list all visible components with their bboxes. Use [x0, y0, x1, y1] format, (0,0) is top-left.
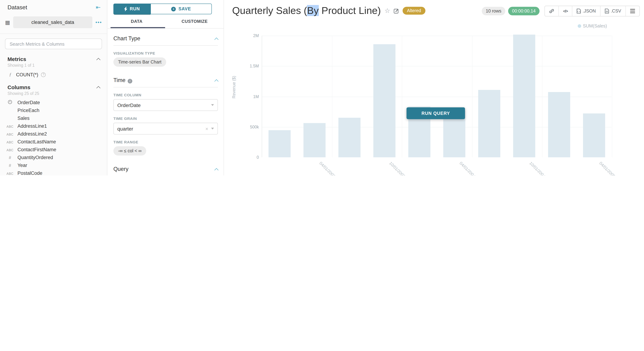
- json-file-icon: [576, 8, 581, 14]
- column-item[interactable]: Sales: [0, 114, 107, 122]
- text-icon: ABC: [5, 130, 15, 137]
- column-item[interactable]: ABCAddressLine2: [0, 130, 107, 138]
- tab-customize[interactable]: CUSTOMIZE: [166, 19, 224, 28]
- chart-title: Quarterly Sales (By Product Line): [232, 5, 381, 16]
- bar: [268, 130, 290, 157]
- y-tick-label: 1.5M: [224, 64, 259, 68]
- time-range-label: TIME RANGE: [114, 140, 218, 144]
- time-grain-label: TIME GRAIN: [114, 116, 218, 120]
- chevron-up-icon[interactable]: [214, 38, 218, 42]
- x-tick-label: 04/01/2004: [458, 161, 476, 176]
- sidebar-search-input[interactable]: [9, 41, 98, 47]
- lightning-icon: [124, 6, 127, 11]
- column-item[interactable]: PriceEach: [0, 106, 107, 114]
- menu-button[interactable]: [626, 6, 639, 16]
- table-grid-icon: ▦: [5, 20, 10, 25]
- chart-area: Quarterly Sales (By Product Line) ☆ Alte…: [224, 0, 644, 176]
- run-query-button[interactable]: RUN QUERY: [406, 107, 465, 119]
- bar: [373, 44, 395, 157]
- x-tick-label: 04/01/2005: [598, 161, 616, 176]
- embed-code-button[interactable]: </>: [559, 6, 572, 16]
- code-icon: </>: [563, 9, 568, 13]
- altered-badge: Altered: [402, 7, 425, 14]
- time-section-title: Timei: [114, 77, 132, 84]
- column-item[interactable]: #QuantityOrdered: [0, 154, 107, 161]
- chart-type-title: Chart Type: [114, 35, 140, 42]
- bar: [513, 35, 535, 157]
- query-section-title: Query: [114, 166, 128, 172]
- column-item[interactable]: OrderDate: [0, 98, 107, 106]
- link-icon: [549, 8, 554, 14]
- metrics-count: Showing 1 of 1: [0, 62, 107, 68]
- chevron-up-icon[interactable]: [214, 79, 218, 83]
- control-panel: RUN + SAVE DATA CUSTOMIZE Chart Type VIS…: [108, 0, 224, 176]
- export-toolbar: </> .JSON .CSV: [544, 6, 640, 16]
- chevron-down-icon: [211, 128, 214, 130]
- text-icon: ABC: [5, 123, 15, 129]
- y-tick-label: 500k: [224, 125, 259, 129]
- plus-circle-icon: +: [171, 6, 176, 11]
- x-tick-label: 04/01/2003: [318, 161, 336, 176]
- bar: [304, 123, 326, 157]
- time-column-label: TIME COLUMN: [114, 93, 218, 97]
- column-item[interactable]: #Year: [0, 161, 107, 169]
- row-count-badge: 10 rows: [482, 7, 506, 15]
- dataset-panel-title: Dataset: [8, 4, 27, 11]
- metrics-section-title: Metrics: [8, 56, 26, 62]
- explore-page: Dataset ⇤ ▦ cleaned_sales_data ••• Metri…: [0, 0, 644, 176]
- column-item[interactable]: ABCContactFirstName: [0, 146, 107, 154]
- chevron-down-icon: [211, 104, 214, 106]
- export-csv-button[interactable]: .CSV: [600, 6, 626, 16]
- dataset-name[interactable]: cleaned_sales_data: [13, 16, 92, 28]
- bar: [478, 90, 500, 157]
- legend-dot-icon: [578, 24, 581, 28]
- columns-section-title: Columns: [8, 84, 30, 90]
- export-json-button[interactable]: .JSON: [572, 6, 600, 16]
- edit-title-icon[interactable]: [394, 8, 399, 14]
- text-icon: ABC: [5, 138, 15, 145]
- save-button[interactable]: + SAVE: [150, 4, 212, 14]
- bar: [583, 114, 605, 157]
- x-tick-label: 10/01/2004: [529, 161, 546, 176]
- legend-item[interactable]: SUM(Sales): [578, 24, 607, 28]
- column-item[interactable]: ABCAddressLine1: [0, 122, 107, 130]
- dataset-more-icon[interactable]: •••: [96, 20, 102, 25]
- divider: [0, 34, 107, 34]
- time-column-select[interactable]: OrderDate: [114, 99, 218, 111]
- columns-count: Showing 25 of 25: [0, 90, 107, 96]
- text-icon: ABC: [5, 170, 15, 176]
- bar: [338, 118, 360, 157]
- dataset-sidebar: Dataset ⇤ ▦ cleaned_sales_data ••• Metri…: [0, 0, 107, 176]
- y-tick-label: 0: [224, 155, 259, 160]
- selected-text: By: [307, 5, 318, 16]
- csv-file-icon: [605, 8, 609, 14]
- help-icon: ?: [41, 72, 46, 77]
- chevron-up-icon[interactable]: [214, 168, 218, 172]
- viz-type-value[interactable]: Time-series Bar Chart: [114, 58, 166, 67]
- favorite-star-icon[interactable]: ☆: [384, 7, 390, 14]
- y-tick-label: 2M: [224, 34, 259, 38]
- metrics-collapse-icon[interactable]: [96, 58, 100, 62]
- info-icon: i: [128, 79, 132, 83]
- timeseries-bar-chart: SUM(Sales) Revenue ($) 2M1.5M1M500k0 04/…: [224, 20, 644, 176]
- column-item[interactable]: ABCPostalCode: [0, 169, 107, 176]
- x-tick-label: 10/01/2003: [389, 161, 406, 176]
- collapse-sidebar-icon[interactable]: ⇤: [96, 5, 100, 10]
- columns-collapse-icon[interactable]: [96, 86, 100, 90]
- clear-icon[interactable]: ×: [206, 126, 208, 132]
- metric-item[interactable]: ƒ COUNT(*) ?: [0, 68, 107, 78]
- text-icon: ABC: [5, 146, 15, 153]
- copy-link-button[interactable]: [545, 6, 559, 16]
- time-range-value[interactable]: -∞ ≤ col < ∞: [114, 146, 146, 156]
- clock-icon: [5, 99, 15, 106]
- legend-label: SUM(Sales): [583, 24, 607, 28]
- active-tab-underline: [110, 27, 165, 28]
- numeric-icon: #: [5, 154, 15, 160]
- tab-data[interactable]: DATA: [108, 19, 166, 28]
- columns-list: OrderDatePriceEachSalesABCAddressLine1AB…: [0, 98, 107, 176]
- time-grain-select[interactable]: quarter ×: [114, 123, 218, 134]
- column-item[interactable]: ABCContactLastName: [0, 138, 107, 146]
- hamburger-icon: [630, 9, 635, 14]
- query-timer-badge: 00:00:00.14: [508, 7, 540, 15]
- run-button[interactable]: RUN: [114, 4, 150, 14]
